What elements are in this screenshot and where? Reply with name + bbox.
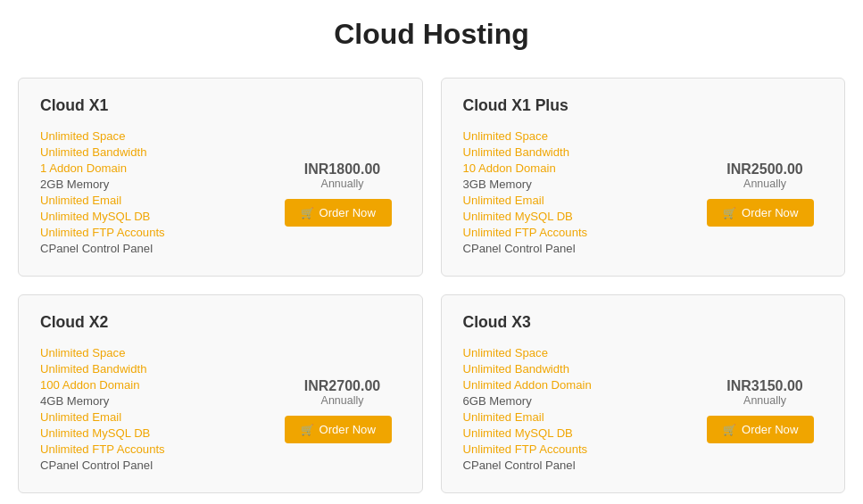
feature-item: Unlimited Bandwidth xyxy=(463,145,588,159)
plan-features-cloud-x3: Unlimited SpaceUnlimited BandwidthUnlimi… xyxy=(463,346,592,475)
plan-price-cloud-x1: INR1800.00 xyxy=(285,161,401,178)
feature-item: 4GB Memory xyxy=(40,394,165,408)
order-button-cloud-x1[interactable]: Order Now xyxy=(285,199,392,227)
feature-item: Unlimited Bandwidth xyxy=(40,362,165,376)
feature-item: Unlimited MySQL DB xyxy=(40,426,165,440)
feature-item: 2GB Memory xyxy=(40,178,165,191)
feature-item: Unlimited Space xyxy=(40,129,165,143)
feature-item: Unlimited Email xyxy=(40,410,165,424)
feature-item: Unlimited Bandwidth xyxy=(463,362,592,376)
plan-title-cloud-x2: Cloud X2 xyxy=(40,313,401,332)
feature-item: Unlimited MySQL DB xyxy=(463,426,592,440)
page-title: Cloud Hosting xyxy=(18,18,845,51)
feature-item: Unlimited FTP Accounts xyxy=(463,442,592,456)
order-button-label: Order Now xyxy=(742,206,798,219)
plans-grid: Cloud X1Unlimited SpaceUnlimited Bandwid… xyxy=(18,78,845,493)
plan-title-cloud-x3: Cloud X3 xyxy=(463,313,824,332)
plan-pricing-cloud-x2: INR2700.00AnnuallyOrder Now xyxy=(285,378,401,443)
plan-body-cloud-x2: Unlimited SpaceUnlimited Bandwidth100 Ad… xyxy=(40,346,401,475)
plan-card-cloud-x1: Cloud X1Unlimited SpaceUnlimited Bandwid… xyxy=(18,78,423,277)
cart-icon xyxy=(723,206,736,219)
plan-price-cloud-x3: INR3150.00 xyxy=(707,378,823,394)
feature-item: Unlimited Email xyxy=(40,194,165,207)
feature-item: 3GB Memory xyxy=(463,178,588,191)
plan-period-cloud-x1-plus: Annually xyxy=(707,178,823,190)
feature-item: CPanel Control Panel xyxy=(463,459,592,472)
plan-card-cloud-x2: Cloud X2Unlimited SpaceUnlimited Bandwid… xyxy=(18,294,423,493)
plan-title-cloud-x1: Cloud X1 xyxy=(40,96,401,115)
feature-item: Unlimited Email xyxy=(463,194,588,207)
feature-item: Unlimited FTP Accounts xyxy=(40,442,165,456)
feature-item: CPanel Control Panel xyxy=(40,242,165,255)
feature-item: Unlimited Space xyxy=(463,129,588,143)
feature-item: Unlimited FTP Accounts xyxy=(463,226,588,239)
order-button-cloud-x1-plus[interactable]: Order Now xyxy=(707,199,814,227)
plan-title-cloud-x1-plus: Cloud X1 Plus xyxy=(463,96,824,115)
plan-features-cloud-x1-plus: Unlimited SpaceUnlimited Bandwidth10 Add… xyxy=(463,129,588,258)
order-button-cloud-x2[interactable]: Order Now xyxy=(285,416,392,443)
feature-item: CPanel Control Panel xyxy=(463,242,588,255)
plan-body-cloud-x3: Unlimited SpaceUnlimited BandwidthUnlimi… xyxy=(463,346,824,475)
feature-item: CPanel Control Panel xyxy=(40,459,165,472)
plan-card-cloud-x1-plus: Cloud X1 PlusUnlimited SpaceUnlimited Ba… xyxy=(441,78,846,277)
plan-pricing-cloud-x3: INR3150.00AnnuallyOrder Now xyxy=(707,378,823,443)
plan-body-cloud-x1: Unlimited SpaceUnlimited Bandwidth1 Addo… xyxy=(40,129,401,258)
cart-icon xyxy=(301,206,314,219)
feature-item: Unlimited MySQL DB xyxy=(40,210,165,223)
feature-item: Unlimited Email xyxy=(463,410,592,424)
feature-item: Unlimited Space xyxy=(40,346,165,359)
feature-item: Unlimited Space xyxy=(463,346,592,359)
feature-item: Unlimited Bandwidth xyxy=(40,145,165,159)
plan-features-cloud-x1: Unlimited SpaceUnlimited Bandwidth1 Addo… xyxy=(40,129,165,258)
plan-period-cloud-x2: Annually xyxy=(285,394,401,407)
plan-period-cloud-x1: Annually xyxy=(285,178,401,190)
plan-pricing-cloud-x1-plus: INR2500.00AnnuallyOrder Now xyxy=(707,161,823,227)
cart-icon xyxy=(301,423,314,436)
order-button-label: Order Now xyxy=(319,423,376,436)
plan-pricing-cloud-x1: INR1800.00AnnuallyOrder Now xyxy=(285,161,401,227)
order-button-cloud-x3[interactable]: Order Now xyxy=(707,416,814,443)
plan-features-cloud-x2: Unlimited SpaceUnlimited Bandwidth100 Ad… xyxy=(40,346,165,475)
feature-item: 6GB Memory xyxy=(463,394,592,408)
plan-body-cloud-x1-plus: Unlimited SpaceUnlimited Bandwidth10 Add… xyxy=(463,129,824,258)
feature-item: 100 Addon Domain xyxy=(40,378,165,392)
order-button-label: Order Now xyxy=(742,423,798,436)
plan-card-cloud-x3: Cloud X3Unlimited SpaceUnlimited Bandwid… xyxy=(441,294,846,493)
plan-period-cloud-x3: Annually xyxy=(707,394,823,407)
plan-price-cloud-x2: INR2700.00 xyxy=(285,378,401,394)
cart-icon xyxy=(723,423,736,436)
feature-item: Unlimited Addon Domain xyxy=(463,378,592,392)
feature-item: 1 Addon Domain xyxy=(40,161,165,175)
order-button-label: Order Now xyxy=(319,206,376,219)
feature-item: 10 Addon Domain xyxy=(463,161,588,175)
feature-item: Unlimited FTP Accounts xyxy=(40,226,165,239)
feature-item: Unlimited MySQL DB xyxy=(463,210,588,223)
plan-price-cloud-x1-plus: INR2500.00 xyxy=(707,161,823,178)
